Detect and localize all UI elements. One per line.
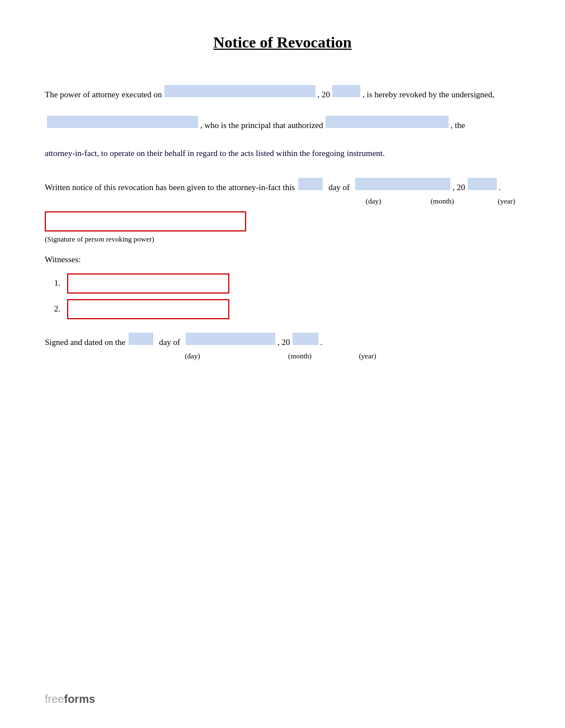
para2-text1: , who is the principal that authorized [200, 118, 323, 133]
witness-1-num: 1. [45, 278, 67, 288]
para1-text1: The power of attorney executed on [45, 87, 162, 102]
written-notice-text2: day of [328, 179, 350, 196]
notice-year-label: (year) [493, 197, 520, 206]
para1-text3: , is hereby revoked by the undersigned, [362, 87, 495, 102]
notice-month-label: (month) [397, 197, 487, 206]
signature-label: (Signature of person revoking power) [45, 235, 520, 244]
para3-text: attorney-in-fact, to operate on their be… [45, 146, 520, 161]
witness-1-field[interactable] [67, 273, 229, 294]
signed-text3: , 20 [277, 334, 290, 351]
brand-free: free [45, 693, 64, 705]
section-para1: The power of attorney executed on , 20 ,… [45, 85, 520, 102]
brand-forms: forms [64, 693, 95, 705]
signed-sub-labels: (day) (month) (year) [45, 352, 520, 361]
attorney-name-field[interactable] [326, 116, 449, 128]
signed-month-field[interactable] [186, 333, 275, 345]
notice-month-field[interactable] [355, 178, 450, 190]
signed-day-label: (day) [180, 352, 205, 361]
witness-row-1: 1. [45, 273, 520, 294]
signature-field[interactable] [45, 211, 246, 231]
section-signature: (Signature of person revoking power) [45, 211, 520, 244]
section-para2: , who is the principal that authorized ,… [45, 116, 520, 133]
notice-day-field[interactable] [298, 178, 323, 190]
signed-line: Signed and dated on the day of , 20 . [45, 333, 520, 351]
line-para2: , who is the principal that authorized ,… [45, 116, 520, 133]
notice-day-label: (day) [360, 197, 387, 206]
witness-2-num: 2. [45, 304, 67, 314]
section-para3: attorney-in-fact, to operate on their be… [45, 146, 520, 161]
written-notice-text1: Written notice of this revocation has be… [45, 179, 295, 196]
signed-year-label: (year) [355, 352, 380, 361]
principal-name-field[interactable] [47, 116, 198, 128]
signed-year-field[interactable] [293, 333, 318, 345]
signed-month-label: (month) [255, 352, 345, 361]
written-notice-text4: . [499, 179, 501, 196]
page: Notice of Revocation The power of attorn… [0, 0, 565, 728]
signed-day-field[interactable] [129, 333, 153, 345]
section-signed: Signed and dated on the day of , 20 . (d… [45, 333, 520, 361]
signed-text4: . [321, 334, 323, 351]
page-title: Notice of Revocation [45, 34, 520, 51]
written-notice-line: Written notice of this revocation has be… [45, 178, 520, 196]
signed-text1: Signed and dated on the [45, 334, 125, 351]
line-para1: The power of attorney executed on , 20 ,… [45, 85, 520, 102]
executed-date-field[interactable] [164, 85, 316, 97]
signed-text2: day of [159, 334, 180, 351]
branding-logo: freeforms [45, 693, 95, 706]
year-short-field1[interactable] [332, 85, 360, 97]
written-notice-text3: , 20 [453, 179, 465, 196]
section-witnesses: Witnesses: 1. 2. [45, 255, 520, 319]
para1-text2: , 20 [318, 87, 331, 102]
witness-row-2: 2. [45, 299, 520, 319]
para2-text2: , the [451, 118, 465, 133]
witnesses-title: Witnesses: [45, 255, 520, 264]
section-written-notice: Written notice of this revocation has be… [45, 178, 520, 206]
witness-2-field[interactable] [67, 299, 229, 319]
notice-year-field[interactable] [468, 178, 497, 190]
notice-sub-labels-row: (day) (month) (year) [45, 197, 520, 206]
